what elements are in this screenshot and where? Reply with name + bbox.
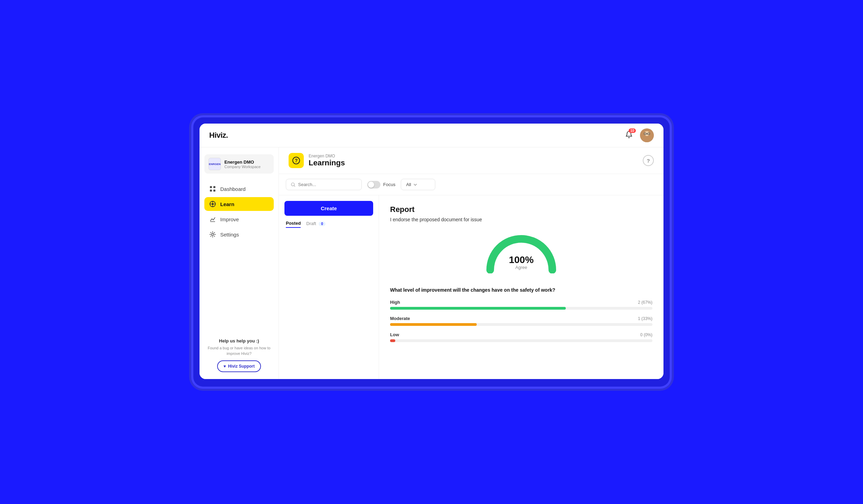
outer-frame: Hiviz. 10 [193,117,670,387]
toggle-knob [368,182,374,188]
support-button[interactable]: ♥ Hiviz Support [217,360,261,372]
user-avatar[interactable] [640,128,654,142]
sidebar-item-learn[interactable]: Learn [204,197,274,211]
filter-bar: Focus All [279,174,663,195]
left-panel: Create Posted Draft 0 [279,195,379,379]
bar-row-high: High 2 (67%) [390,300,652,310]
sidebar-item-label: Learn [220,201,234,207]
learn-icon [209,201,216,207]
svg-text:?: ? [295,158,298,163]
avatar-image [640,128,654,142]
notification-button[interactable]: 10 [623,129,635,142]
svg-rect-10 [213,190,215,192]
heart-icon: ♥ [223,364,226,369]
svg-rect-8 [213,186,215,188]
svg-rect-7 [210,186,212,188]
page-title-group: Energen DMO Learnings [309,154,345,167]
sidebar-item-label: Settings [220,232,239,238]
top-right-actions: 10 [623,128,654,142]
help-title: Help us help you :) [204,338,274,343]
workspace-logo: ENRGEN [209,158,221,170]
tab-row: Posted Draft 0 [284,221,373,228]
workspace-info: Energen DMO Company Workspace [224,159,270,169]
bar-fill-high [390,307,566,310]
gauge-percent: 100% [509,255,534,265]
bar-header-moderate: Moderate 1 (33%) [390,316,652,321]
bar-track-low [390,339,652,342]
page-header-left: ? Energen DMO Learnings [289,153,345,168]
support-label: Hiviz Support [228,364,254,369]
sidebar: ENRGEN Energen DMO Company Workspace [200,147,279,379]
workspace-type: Company Workspace [224,165,270,169]
sidebar-item-label: Improve [220,216,239,222]
sidebar-item-improve[interactable]: Improve [204,212,274,226]
sidebar-item-label: Dashboard [220,186,245,192]
top-bar: Hiviz. 10 [200,124,663,147]
report-title: Report [390,205,652,214]
page-header: ? Energen DMO Learnings ? [279,147,663,174]
gauge-text: 100% Agree [509,255,534,270]
page-icon: ? [289,153,304,168]
chart-title: What level of improvement will the chang… [390,287,652,293]
bar-row-moderate: Moderate 1 (33%) [390,316,652,326]
chevron-down-icon [413,183,417,187]
svg-line-22 [294,185,295,186]
bar-fill-low [390,339,395,342]
search-input[interactable] [298,182,357,187]
bar-track-moderate [390,323,652,326]
search-icon [291,182,295,187]
gauge-container: 100% Agree [390,232,652,273]
workspace-card[interactable]: ENRGEN Energen DMO Company Workspace [204,154,274,174]
gauge-label: Agree [509,265,534,270]
bar-header-low: Low 0 (0%) [390,332,652,337]
split-panels: Create Posted Draft 0 Report I endorse t [279,195,663,379]
dashboard-icon [209,185,216,192]
bar-value-high: 2 (67%) [638,300,652,305]
main-layout: ENRGEN Energen DMO Company Workspace [200,147,663,379]
right-panel: Report I endorse the proposed document f… [379,195,663,379]
bar-label-moderate: Moderate [390,316,410,321]
gauge-wrap: 100% Agree [483,232,559,273]
create-button[interactable]: Create [284,201,373,216]
sidebar-bottom: Help us help you :) Found a bug or have … [204,331,274,372]
tab-draft-label: Draft [306,221,316,226]
draft-badge: 0 [319,222,326,226]
svg-point-18 [212,233,214,235]
help-button[interactable]: ? [643,155,654,166]
bar-row-low: Low 0 (0%) [390,332,652,342]
page-title: Learnings [309,158,345,167]
sidebar-item-settings[interactable]: Settings [204,227,274,241]
search-box [286,179,362,190]
filter-value: All [406,182,411,187]
tab-posted[interactable]: Posted [286,221,301,228]
nav-items: Dashboard [204,182,274,241]
settings-icon [209,231,216,238]
workspace-name: Energen DMO [224,159,270,165]
focus-switch[interactable] [367,181,380,188]
app-logo: Hiviz. [209,131,228,140]
improve-icon [209,216,216,223]
app-window: Hiviz. 10 [200,124,663,379]
content-area: ? Energen DMO Learnings ? [279,147,663,379]
page-subtitle: Energen DMO [309,154,345,158]
sidebar-item-dashboard[interactable]: Dashboard [204,182,274,196]
svg-point-12 [212,203,214,205]
bar-track-high [390,307,652,310]
notification-badge: 10 [629,128,636,133]
bar-value-moderate: 1 (33%) [638,316,652,321]
bar-fill-moderate [390,323,477,326]
tab-draft[interactable]: Draft 0 [306,221,325,227]
chart-section: What level of improvement will the chang… [390,287,652,342]
bar-label-low: Low [390,332,399,337]
filter-dropdown[interactable]: All [401,179,435,190]
bar-label-high: High [390,300,400,305]
help-description: Found a bug or have ideas on how to impr… [204,346,274,356]
bar-value-low: 0 (0%) [640,332,652,337]
focus-toggle: Focus [367,181,395,188]
focus-label: Focus [383,182,395,187]
report-question: I endorse the proposed document for issu… [390,217,652,222]
svg-rect-9 [210,190,212,192]
bar-header-high: High 2 (67%) [390,300,652,305]
